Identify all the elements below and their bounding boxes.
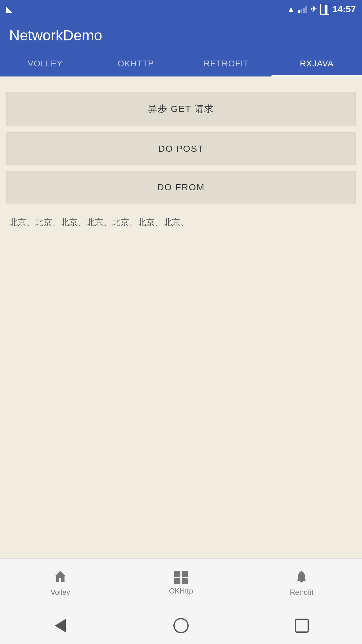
result-text: 北京、北京、北京、北京、北京、北京、北京、	[0, 210, 362, 236]
bottom-nav-volley-label: Volley	[50, 588, 70, 597]
async-get-button[interactable]: 异步 GET 请求	[6, 92, 356, 126]
status-time: 14:57	[332, 4, 356, 14]
app-title: NetworkDemo	[9, 27, 102, 44]
bottom-nav-okhttp-label: OKHttp	[169, 587, 193, 595]
do-from-button[interactable]: DO FROM	[6, 171, 356, 203]
airplane-icon: ✈	[310, 5, 317, 14]
status-bar: ◣ ▲ ✈ ▐ 14:57	[0, 0, 362, 18]
tab-bar: Volley OKHttp Retrofit RxJava	[0, 52, 362, 76]
svg-rect-1	[297, 579, 306, 581]
wifi-icon: ▲	[287, 5, 295, 14]
status-bar-left: ◣	[6, 5, 12, 14]
do-post-button[interactable]: DO POST	[6, 132, 356, 165]
bottom-nav-retrofit-label: Retrofit	[290, 588, 313, 597]
status-bar-right: ▲ ✈ ▐ 14:57	[287, 4, 356, 15]
notification-icon: ◣	[6, 5, 12, 14]
svg-point-2	[300, 581, 303, 583]
grid-icon	[174, 571, 188, 584]
android-nav-bar	[0, 607, 362, 644]
signal-icon	[298, 6, 307, 13]
tab-rxjava[interactable]: RxJava	[272, 52, 362, 76]
recents-icon	[295, 619, 309, 633]
content-area: 异步 GET 请求 DO POST DO FROM 北京、北京、北京、北京、北京…	[0, 76, 362, 558]
app-bar: NetworkDemo	[0, 18, 362, 52]
tab-volley[interactable]: Volley	[0, 52, 90, 76]
home-button[interactable]	[172, 616, 190, 635]
back-icon	[55, 619, 66, 632]
bell-icon	[295, 570, 308, 586]
home-nav-icon	[173, 618, 189, 633]
bottom-nav-retrofit[interactable]: Retrofit	[241, 565, 362, 601]
tab-retrofit[interactable]: Retrofit	[181, 52, 272, 76]
back-button[interactable]	[51, 616, 69, 635]
home-icon	[54, 570, 67, 586]
battery-icon: ▐	[320, 4, 329, 15]
recents-button[interactable]	[293, 616, 311, 635]
bottom-nav: Volley OKHttp Retrofit	[0, 558, 362, 607]
bottom-nav-okhttp[interactable]: OKHttp	[121, 566, 242, 600]
tab-okhttp[interactable]: OKHttp	[90, 52, 181, 76]
svg-marker-0	[55, 571, 66, 582]
bottom-nav-volley[interactable]: Volley	[0, 565, 121, 601]
